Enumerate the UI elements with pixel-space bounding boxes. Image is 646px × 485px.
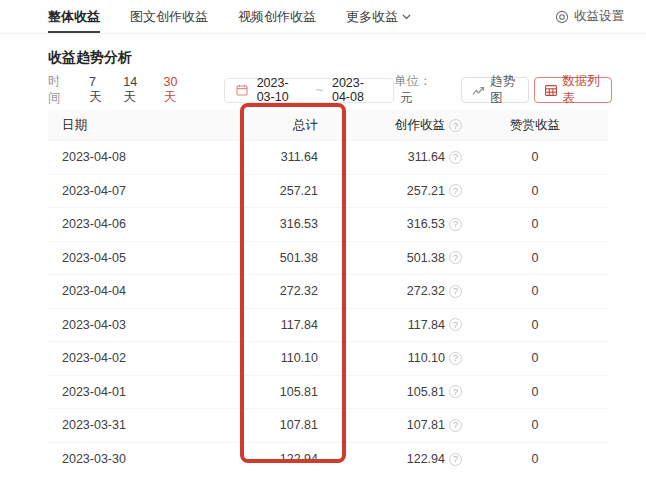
cell-total: 110.10: [238, 351, 318, 365]
filter-row: 时间 7天 14天 30天 2023-03-10 ~ 20: [48, 77, 612, 103]
table-header-row: 日期 总计 创作收益 ? 赞赏收益: [48, 111, 608, 141]
tab-overall-revenue[interactable]: 整体收益: [48, 0, 100, 33]
cell-total: 316.53: [238, 217, 318, 231]
cell-creation-help-icon[interactable]: ?: [449, 251, 462, 264]
cell-creation-value: 110.10: [408, 351, 445, 365]
main-content: 收益趋势分析 时间 7天 14天 30天 20: [0, 49, 646, 476]
cell-date: 2023-04-01: [48, 385, 238, 399]
range-option-30d[interactable]: 30天: [163, 75, 185, 106]
chevron-down-icon: [402, 14, 411, 20]
tab-label: 视频创作收益: [238, 8, 316, 26]
cell-date: 2023-04-08: [48, 150, 238, 164]
column-header-creation: 创作收益 ?: [318, 117, 462, 134]
date-range-separator: ~: [316, 83, 323, 97]
cell-creation: 122.94 ?: [318, 452, 462, 466]
cell-date: 2023-04-04: [48, 284, 238, 298]
cell-total: 107.81: [238, 418, 318, 432]
page-title: 收益趋势分析: [48, 49, 612, 67]
cell-reward: 0: [462, 184, 608, 198]
table-row: 2023-04-05 501.38 501.38 ? 0: [48, 242, 608, 276]
top-tab-bar: 整体收益 图文创作收益 视频创作收益 更多收益 收益设置: [0, 0, 646, 34]
cell-date: 2023-04-03: [48, 318, 238, 332]
cell-total: 501.38: [238, 251, 318, 265]
range-option-7d[interactable]: 7天: [89, 75, 105, 106]
table-row: 2023-04-01 105.81 105.81 ? 0: [48, 376, 608, 410]
view-controls-group: 单位：元 趋势图: [394, 73, 612, 107]
trend-line-icon: [472, 85, 485, 96]
cell-creation-help-icon[interactable]: ?: [449, 419, 462, 432]
table-row: 2023-03-31 107.81 107.81 ? 0: [48, 409, 608, 443]
trend-chart-button[interactable]: 趋势图: [461, 77, 529, 103]
time-filter-label: 时间: [48, 73, 69, 107]
cell-creation-value: 105.81: [407, 385, 445, 399]
cell-reward: 0: [462, 351, 608, 365]
cell-total: 105.81: [238, 385, 318, 399]
cell-creation: 257.21 ?: [318, 184, 462, 198]
cell-creation-help-icon[interactable]: ?: [449, 184, 462, 197]
cell-creation: 501.38 ?: [318, 251, 462, 265]
cell-creation-help-icon[interactable]: ?: [449, 352, 462, 365]
revenue-table: 日期 总计 创作收益 ? 赞赏收益 2023-04-08 311.64 311.…: [48, 111, 608, 476]
column-header-date: 日期: [48, 117, 238, 134]
unit-value: 元: [400, 91, 413, 105]
trend-chart-label: 趋势图: [490, 73, 518, 107]
cell-creation: 311.64 ?: [318, 150, 462, 164]
cell-reward: 0: [462, 452, 608, 466]
table-row: 2023-04-02 110.10 110.10 ? 0: [48, 342, 608, 376]
cell-creation-help-icon[interactable]: ?: [449, 318, 462, 331]
cell-creation-help-icon[interactable]: ?: [449, 151, 462, 164]
table-grid-icon: [545, 85, 557, 96]
cell-total: 272.32: [238, 284, 318, 298]
cell-creation-help-icon[interactable]: ?: [449, 453, 462, 466]
table-row: 2023-04-07 257.21 257.21 ? 0: [48, 175, 608, 209]
cell-creation-value: 272.32: [407, 284, 445, 298]
cell-creation-help-icon[interactable]: ?: [449, 285, 462, 298]
table-row: 2023-04-06 316.53 316.53 ? 0: [48, 208, 608, 242]
cell-creation-value: 316.53: [407, 217, 445, 231]
data-list-label: 数据列表: [562, 73, 601, 107]
cell-reward: 0: [462, 284, 608, 298]
tab-label: 更多收益: [346, 8, 398, 26]
cell-total: 311.64: [238, 150, 318, 164]
cell-creation: 110.10 ?: [318, 351, 462, 365]
view-toggle: 趋势图 数据列表: [461, 77, 612, 103]
data-list-button[interactable]: 数据列表: [534, 77, 612, 103]
cell-reward: 0: [462, 217, 608, 231]
cell-creation-value: 117.84: [408, 318, 445, 332]
tab-article-revenue[interactable]: 图文创作收益: [130, 0, 208, 33]
tab-label: 图文创作收益: [130, 8, 208, 26]
cell-creation: 117.84 ?: [318, 318, 462, 332]
settings-double-circle-icon: [555, 10, 569, 24]
cell-creation-value: 311.64: [408, 150, 445, 164]
tab-video-revenue[interactable]: 视频创作收益: [238, 0, 316, 33]
settings-label: 收益设置: [574, 8, 624, 25]
unit-label: 单位：元: [394, 73, 443, 107]
cell-date: 2023-04-02: [48, 351, 238, 365]
cell-creation-help-icon[interactable]: ?: [449, 218, 462, 231]
calendar-icon: [236, 84, 248, 96]
cell-date: 2023-03-30: [48, 452, 238, 466]
cell-date: 2023-04-05: [48, 251, 238, 265]
table-row: 2023-04-04 272.32 272.32 ? 0: [48, 275, 608, 309]
tab-more-revenue[interactable]: 更多收益: [346, 0, 411, 33]
date-range-picker[interactable]: 2023-03-10 ~ 2023-04-08: [224, 78, 394, 103]
cell-reward: 0: [462, 385, 608, 399]
revenue-settings-button[interactable]: 收益设置: [555, 0, 624, 33]
date-range-end: 2023-04-08: [332, 76, 382, 104]
cell-creation: 316.53 ?: [318, 217, 462, 231]
cell-creation: 107.81 ?: [318, 418, 462, 432]
cell-creation-value: 257.21: [407, 184, 445, 198]
column-header-reward: 赞赏收益: [462, 117, 608, 134]
cell-total: 122.94: [238, 452, 318, 466]
revenue-dashboard-page: 整体收益 图文创作收益 视频创作收益 更多收益 收益设置: [0, 0, 646, 485]
time-filter-group: 时间 7天 14天 30天 2023-03-10 ~ 20: [48, 73, 394, 107]
table-row: 2023-04-03 117.84 117.84 ? 0: [48, 309, 608, 343]
tab-label: 整体收益: [48, 8, 100, 26]
cell-creation-help-icon[interactable]: ?: [449, 385, 462, 398]
cell-creation-value: 501.38: [407, 251, 445, 265]
range-option-14d[interactable]: 14天: [123, 75, 145, 106]
creation-revenue-help-icon[interactable]: ?: [449, 119, 462, 132]
cell-reward: 0: [462, 418, 608, 432]
cell-creation-value: 107.81: [407, 418, 445, 432]
cell-total: 257.21: [238, 184, 318, 198]
